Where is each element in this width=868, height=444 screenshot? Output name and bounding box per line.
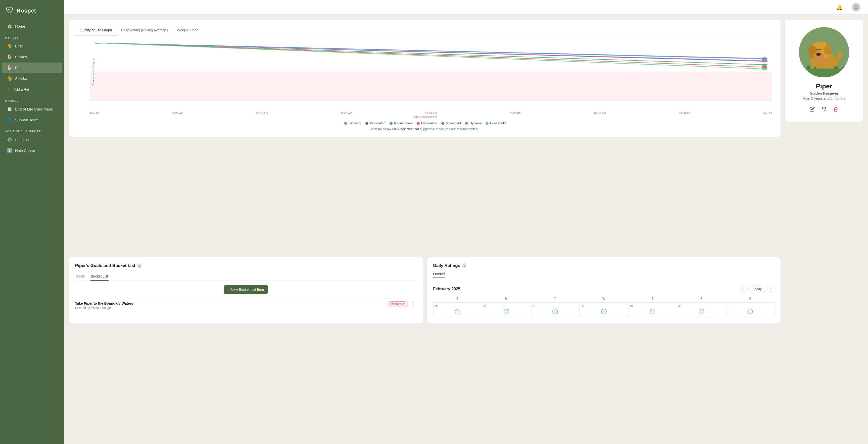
- svg-point-27: [762, 64, 768, 66]
- edit-profile-button[interactable]: [809, 106, 816, 114]
- svg-point-58: [653, 311, 654, 311]
- manage-team-button[interactable]: [820, 105, 828, 114]
- cal-day-31[interactable]: 31: [677, 302, 726, 317]
- bucket-item-menu[interactable]: ⋮: [410, 301, 417, 307]
- svg-line-22: [98, 43, 765, 67]
- legend-hygiene: Hygiene: [465, 121, 482, 125]
- sparks-label: Sparks: [15, 76, 27, 80]
- support-team-label: Support Team: [15, 118, 38, 122]
- calendar-next-button[interactable]: ›: [767, 285, 775, 293]
- legend-movement-label: Movement: [446, 121, 461, 125]
- svg-point-30: [762, 68, 768, 70]
- calendar-header: February 2025 ‹ Today ›: [433, 285, 775, 293]
- svg-point-2: [855, 5, 857, 7]
- svg-point-50: [553, 309, 558, 314]
- ratings-help-icon[interactable]: ?: [462, 264, 467, 268]
- cal-day-27[interactable]: 27: [482, 302, 531, 317]
- bitsy-label: Bitsy: [15, 44, 23, 48]
- cal-day-28[interactable]: 28: [531, 302, 580, 317]
- notification-bell[interactable]: 🔔: [836, 4, 843, 10]
- svg-point-15: [762, 58, 768, 60]
- day-header-w: W: [580, 297, 628, 300]
- delete-profile-button[interactable]: [832, 106, 839, 114]
- logo-icon: [5, 5, 14, 16]
- calendar-day-headers: S M T W T F S: [433, 297, 775, 300]
- sidebar-item-pickles[interactable]: 🐕 Pickles: [2, 52, 62, 62]
- legend-behavior-label: Behavior: [348, 121, 361, 125]
- svg-point-64: [750, 311, 751, 311]
- sidebar-item-home[interactable]: 🏠 Home: [2, 21, 62, 31]
- bucket-list-item: Take Piper to the Boundary Waters Create…: [75, 299, 417, 312]
- x-label-6am: 06:00 AM: [256, 112, 268, 115]
- brand-name: Hospet: [17, 7, 36, 14]
- calendar-month: February 2025: [433, 287, 461, 291]
- sidebar-item-bitsy[interactable]: 🐈 Bitsy: [2, 41, 62, 51]
- cal-day-29[interactable]: 29: [580, 302, 628, 317]
- cal-day-1[interactable]: 1: [726, 302, 775, 317]
- sidebar-item-piper[interactable]: 🐕 Piper: [2, 63, 62, 73]
- svg-rect-3: [90, 72, 772, 101]
- sidebar-item-help[interactable]: ℹ️ Help Center: [2, 145, 62, 156]
- add-pet-button[interactable]: ＋ Add a Pet: [2, 84, 62, 95]
- piper-icon: 🐕: [7, 65, 12, 70]
- user-avatar[interactable]: [852, 3, 861, 11]
- svg-point-43: [823, 107, 824, 109]
- pickles-label: Pickles: [15, 55, 27, 59]
- manage-section-label: Manage: [0, 95, 64, 104]
- svg-point-56: [650, 309, 655, 314]
- tab-daily-rating[interactable]: Daily Rating (Rolling Average): [116, 26, 173, 35]
- svg-point-61: [702, 311, 703, 311]
- tab-quality-of-life[interactable]: Quality of Life Graph: [75, 26, 116, 35]
- overall-tab[interactable]: Overall: [433, 272, 445, 278]
- cal-day-26[interactable]: 26: [433, 302, 482, 317]
- supportive-measures-link[interactable]: supportive measures are recommended.: [420, 127, 478, 131]
- sidebar-item-settings[interactable]: ⚙️ Settings: [2, 135, 62, 145]
- tab-weight-graph[interactable]: Weight Graph: [173, 26, 203, 35]
- svg-point-53: [601, 309, 607, 314]
- svg-point-44: [455, 309, 460, 314]
- bitsy-icon: 🐈: [7, 43, 12, 49]
- profile-photo: [799, 27, 849, 77]
- svg-point-47: [504, 309, 509, 314]
- calendar-prev-button[interactable]: ‹: [740, 285, 748, 293]
- calendar-today-button[interactable]: Today: [749, 285, 766, 292]
- day-header-m: M: [482, 297, 531, 300]
- new-bucket-list-item-button[interactable]: + New Bucket List Item: [224, 285, 268, 294]
- day-header-s1: S: [433, 297, 482, 300]
- svg-point-59: [699, 309, 704, 314]
- sparks-icon: 🐈: [7, 76, 12, 81]
- x-label-3pm: 03:00 PM: [509, 112, 522, 115]
- svg-point-0: [8, 9, 9, 10]
- sidebar-item-sparks[interactable]: 🐈 Sparks: [2, 73, 62, 83]
- sidebar-item-eolcp[interactable]: 📋 End of Life Care Plans: [2, 104, 62, 114]
- legend-hygiene-label: Hygiene: [469, 121, 482, 125]
- day-header-t1: T: [531, 297, 580, 300]
- x-label-9am: 09:00 AM: [341, 112, 352, 115]
- main-content: 🔔 Quality of Life Graph Daily Rating (Ro…: [64, 0, 868, 444]
- x-label-feb19: Feb 19: [764, 112, 772, 115]
- cal-day-30[interactable]: 30: [628, 302, 677, 317]
- svg-line-25: [98, 43, 765, 65]
- bucket-list-tab[interactable]: Bucket List: [90, 272, 108, 281]
- svg-point-45: [456, 311, 457, 311]
- sidebar-item-support-team[interactable]: 👤 Support Team: [2, 115, 62, 125]
- goals-help-icon[interactable]: ?: [137, 264, 142, 268]
- svg-point-52: [555, 311, 556, 311]
- svg-point-29: [95, 43, 101, 44]
- eolcp-label: End of Life Care Plans: [15, 107, 53, 111]
- svg-point-51: [554, 311, 555, 311]
- settings-icon: ⚙️: [7, 137, 12, 142]
- add-icon: ＋: [7, 87, 11, 92]
- legend-household-label: Household: [490, 121, 506, 125]
- brand-logo[interactable]: Hospet: [0, 0, 64, 21]
- calendar-grid: S M T W T F S 26: [433, 297, 775, 317]
- x-label-9pm: 09:00 PM: [679, 112, 690, 115]
- goals-tab[interactable]: Goals: [75, 272, 86, 281]
- chart-legend: Behavior Discomfort Nourishment Eliminat…: [75, 121, 775, 125]
- goals-sub-tabs: Goals Bucket List: [75, 272, 417, 281]
- additional-support-label: Additional Support: [0, 125, 64, 134]
- legend-nourishment: Nourishment: [390, 121, 413, 125]
- profile-card: Piper Golden Retriever Age: 5 years and …: [785, 20, 863, 122]
- day-header-f: F: [677, 297, 726, 300]
- quality-of-life-chart: 100% 50% 0%: [90, 43, 772, 101]
